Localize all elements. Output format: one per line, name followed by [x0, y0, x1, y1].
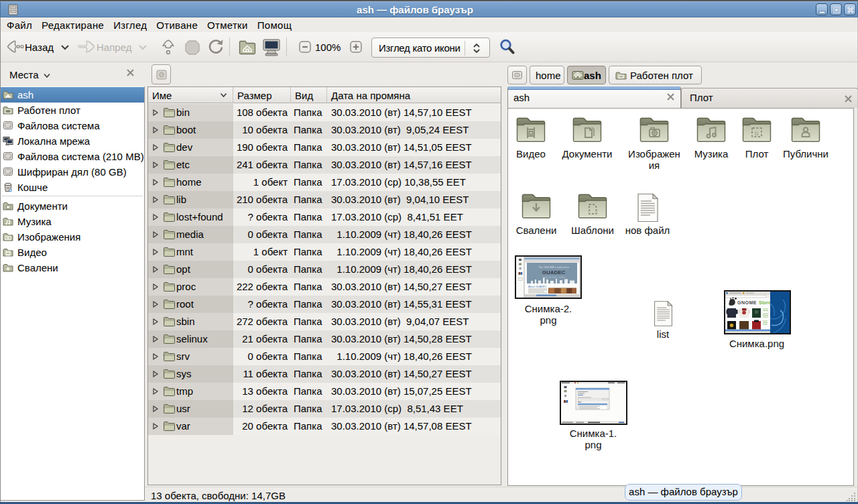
- svg-text:D: D: [755, 131, 759, 137]
- svg-text:About GUADEC: About GUADEC: [528, 286, 546, 288]
- svg-text:GNOME: GNOME: [737, 300, 757, 305]
- svg-text:GUADEC: GUADEC: [542, 269, 566, 275]
- svg-text:The GNOME conference: The GNOME conference: [538, 265, 570, 269]
- svg-text:July 24-30th, 2010: July 24-30th, 2010: [543, 275, 566, 279]
- svg-text:Store: Store: [759, 300, 771, 305]
- svg-text:Име: Име: [578, 401, 582, 403]
